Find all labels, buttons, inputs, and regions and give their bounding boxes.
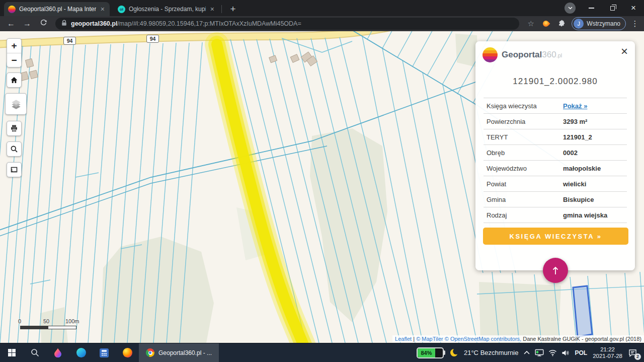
tab-divider — [221, 5, 222, 13]
measure-button[interactable] — [7, 162, 22, 177]
home-button[interactable] — [7, 73, 22, 88]
browser-menu-icon[interactable]: ⋮ — [630, 19, 640, 28]
start-button[interactable] — [0, 343, 23, 362]
moon-icon — [450, 348, 459, 357]
profile-button[interactable]: J Wstrzymano — [572, 17, 626, 30]
task-title: Geoportal360.pl - ... — [158, 349, 212, 356]
highlighted-parcel[interactable] — [217, 44, 312, 343]
forward-button[interactable]: → — [20, 19, 34, 28]
scale-bar: 0 50 100m — [14, 318, 90, 329]
taskbar-search-button[interactable] — [23, 343, 46, 362]
layers-button[interactable] — [5, 93, 27, 115]
tab-close-icon[interactable]: × — [209, 5, 215, 13]
row-value: 0002 — [563, 149, 578, 157]
system-tray: 84% 21°C Bezchmurnie POL 21:22 2 — [417, 346, 644, 359]
notification-center-button[interactable]: 2 — [627, 347, 639, 359]
bookmark-star-icon[interactable]: ☆ — [524, 19, 537, 28]
restore-button[interactable] — [602, 0, 623, 16]
temperature: 21°C — [464, 349, 478, 356]
speaker-icon[interactable] — [561, 349, 570, 356]
weather-description: Bezchmurnie — [480, 349, 519, 356]
attribution-separator: | — [412, 336, 416, 342]
clock[interactable]: 21:22 2021-07-28 — [593, 346, 622, 359]
row-label: Gmina — [484, 196, 563, 203]
table-row: Obręb 0002 — [484, 145, 627, 161]
minimize-icon — [589, 8, 594, 9]
row-value: 3293 m² — [563, 118, 587, 125]
calculator-button[interactable] — [93, 343, 116, 362]
reload-button[interactable] — [36, 19, 50, 29]
tab-close-icon[interactable]: × — [100, 5, 106, 13]
scale-label: 100m — [65, 318, 79, 324]
weather-widget[interactable]: 21°C Bezchmurnie — [464, 349, 519, 356]
geoportal-logo: Geoportal360.pl — [502, 50, 562, 60]
url-domain: geoportal360.pl — [71, 20, 117, 27]
active-task-chrome[interactable]: Geoportal360.pl - ... — [139, 343, 219, 362]
extension-flame-icon[interactable] — [539, 21, 552, 27]
url-path: /map/#l:49.98059,20.15946,17;p:MTIxOTAxX… — [117, 20, 301, 27]
chevron-down-icon — [565, 3, 576, 14]
table-row: Powiat wielicki — [484, 176, 627, 192]
search-map-button[interactable] — [7, 141, 22, 157]
zoom-control: + − — [7, 38, 22, 67]
scale-label: 0 — [18, 318, 21, 324]
row-value[interactable]: Pokaż » — [563, 102, 587, 110]
edge-button[interactable] — [69, 343, 93, 362]
road-number-badge: 94 — [146, 35, 159, 43]
paint-drop-app-button[interactable] — [46, 343, 69, 362]
screen: Geoportal360.pl - Mapa Interakty × ol Og… — [0, 0, 644, 362]
battery-percent: 84% — [418, 348, 435, 357]
ksiega-wieczysta-button[interactable]: KSIĘGA WIECZYSTA » — [483, 228, 628, 245]
extensions-puzzle-icon[interactable] — [554, 20, 568, 28]
row-value: gmina wiejska — [563, 211, 607, 219]
battery-indicator[interactable]: 84% — [417, 347, 445, 358]
windows-logo-icon — [8, 349, 16, 356]
table-row: Powierzchnia 3293 m² — [484, 114, 627, 129]
address-bar[interactable]: geoportal360.pl/map/#l:49.98059,20.15946… — [55, 18, 519, 30]
zoom-in-button[interactable]: + — [7, 39, 21, 53]
wifi-icon[interactable] — [548, 349, 557, 356]
tab-geoportal[interactable]: Geoportal360.pl - Mapa Interakty × — [4, 2, 110, 16]
row-value: wielicki — [563, 180, 586, 188]
new-tab-button[interactable]: + — [227, 4, 239, 15]
calculator-icon — [100, 348, 109, 357]
tiles-attribution-link[interactable]: © MapTiler © OpenStreetMap contributors, — [416, 336, 521, 342]
close-button[interactable]: × — [623, 0, 644, 16]
time: 21:22 — [593, 346, 622, 353]
tab-title: Geoportal360.pl - Mapa Interakty — [19, 6, 96, 13]
notification-badge: 2 — [634, 353, 641, 360]
lock-icon — [61, 19, 67, 28]
firefox-icon — [123, 348, 132, 357]
search-icon — [31, 348, 39, 357]
drop-icon — [54, 348, 62, 357]
leaflet-link[interactable]: Leaflet — [395, 336, 412, 342]
measure-icon — [10, 166, 18, 174]
row-label: Województwo — [484, 165, 563, 172]
battery-nub — [444, 350, 445, 355]
print-button[interactable] — [7, 121, 22, 136]
minimize-button[interactable] — [581, 0, 602, 16]
table-row: Gmina Biskupice — [484, 192, 627, 207]
taskbar: Geoportal360.pl - ... 84% 21°C Bezchmurn… — [0, 343, 644, 362]
zoom-out-button[interactable]: − — [7, 53, 21, 67]
tab-olx[interactable]: ol Ogłoszenia - Sprzedam, kupię na × — [114, 2, 219, 16]
chevron-up-icon[interactable] — [523, 350, 530, 355]
monitor-icon[interactable] — [535, 349, 544, 356]
panel-close-icon[interactable]: × — [621, 45, 628, 57]
media-control-button[interactable] — [559, 0, 581, 16]
language-indicator[interactable]: POL — [575, 349, 588, 356]
attribution-text: Dane Kastralne GUGiK - geoportal.gov.pl … — [521, 336, 641, 342]
firefox-button[interactable] — [116, 343, 139, 362]
printer-icon — [10, 124, 18, 132]
back-button[interactable]: ← — [4, 19, 18, 28]
chrome-icon — [146, 348, 154, 357]
url-text: geoportal360.pl/map/#l:49.98059,20.15946… — [71, 20, 301, 27]
scroll-top-fab[interactable] — [543, 258, 568, 283]
buildings — [19, 52, 317, 81]
map-viewport[interactable]: 94 94 + − — [0, 31, 644, 343]
row-label: TERYT — [484, 133, 563, 141]
brand-name: Geoportal — [502, 50, 542, 59]
table-row: Rodzaj gmina wiejska — [484, 207, 627, 223]
browser-tabstrip: Geoportal360.pl - Mapa Interakty × ol Og… — [0, 0, 644, 16]
row-value: Biskupice — [563, 196, 594, 203]
